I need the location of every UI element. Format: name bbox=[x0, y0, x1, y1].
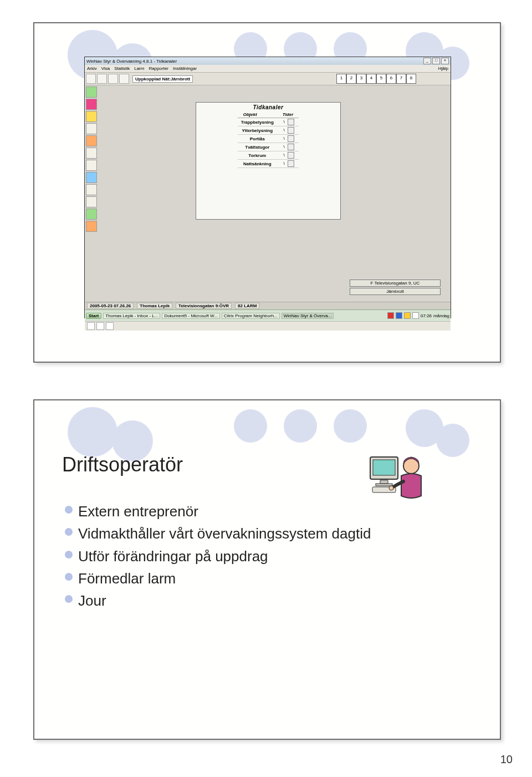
menu-arkiv[interactable]: Arkiv bbox=[87, 66, 97, 71]
side-btn-5[interactable] bbox=[86, 135, 97, 146]
menu-visa[interactable]: Visa bbox=[101, 66, 110, 71]
tray-icon[interactable] bbox=[412, 312, 419, 319]
page-number: 10 bbox=[500, 753, 513, 766]
table-row: Tvättstugor\ bbox=[238, 143, 299, 151]
menu-statistik[interactable]: Statistik bbox=[114, 66, 130, 71]
toolbar: Uppkopplad Nät:Järnbrott 1 2 3 4 5 6 7 8 bbox=[85, 73, 451, 85]
num-2[interactable]: 2 bbox=[346, 74, 356, 84]
slide-2: Driftsoperatör Extern entreprenör Vidmak… bbox=[33, 399, 501, 740]
side-btn-11[interactable] bbox=[86, 209, 97, 220]
bullet-list: Extern entreprenör Vidmakthåller vårt öv… bbox=[65, 500, 371, 612]
taskbar-item[interactable]: Dokument5 - Microsoft W... bbox=[162, 313, 219, 319]
side-btn-1[interactable] bbox=[86, 87, 97, 98]
side-btn-4[interactable] bbox=[86, 123, 97, 134]
side-btn-7[interactable] bbox=[86, 160, 97, 171]
list-item: Förmedlar larm bbox=[65, 567, 371, 590]
svg-rect-3 bbox=[376, 484, 392, 486]
side-btn-3[interactable] bbox=[86, 111, 97, 122]
system-tray: 07:26 måndag bbox=[387, 312, 449, 319]
tidkanaler-table: Objekt Tider Trappbelysning\ Ytterbelysn… bbox=[238, 111, 299, 168]
tidkanaler-panel: Tidkanaler Objekt Tider Trappbelysning\ … bbox=[196, 102, 341, 220]
num-8[interactable]: 8 bbox=[406, 74, 416, 84]
bullet-icon bbox=[65, 551, 73, 558]
bullet-icon bbox=[65, 506, 73, 514]
num-1[interactable]: 1 bbox=[336, 74, 346, 84]
table-row: Portlås\ bbox=[238, 135, 299, 143]
svg-point-6 bbox=[389, 486, 393, 490]
slide-1: WinNav Styr & Övervakning 4.8.1 - Tidkan… bbox=[33, 22, 501, 363]
num-6[interactable]: 6 bbox=[386, 74, 396, 84]
start-button[interactable]: Start bbox=[86, 313, 101, 319]
panel-title: Tidkanaler bbox=[196, 103, 340, 111]
num-4[interactable]: 4 bbox=[366, 74, 376, 84]
side-btn-9[interactable] bbox=[86, 184, 97, 195]
svg-rect-2 bbox=[380, 480, 388, 484]
time-edit-btn[interactable] bbox=[288, 119, 294, 125]
tray-time: 07:26 bbox=[421, 313, 432, 318]
svg-rect-1 bbox=[373, 460, 395, 475]
status-datetime: 2005-05-23 07.26.26 bbox=[87, 303, 134, 309]
table-row: Nattsänkning\ bbox=[238, 160, 299, 168]
time-edit-btn[interactable] bbox=[288, 135, 294, 142]
taskbar: Start Thomas Lepik - Inbox - L... Dokume… bbox=[85, 309, 451, 321]
taskbar-item[interactable]: Citrix Program Neighborh... bbox=[222, 313, 280, 319]
side-btn-8[interactable] bbox=[86, 172, 97, 183]
bullet-icon bbox=[65, 573, 73, 581]
info-buttons: F Televisionsgatan 9, UC Järnbrott bbox=[350, 280, 441, 295]
num-7[interactable]: 7 bbox=[396, 74, 406, 84]
close-button[interactable]: × bbox=[441, 58, 449, 64]
bullet-icon bbox=[65, 528, 73, 536]
toolbar-btn-2[interactable] bbox=[97, 74, 107, 84]
number-buttons: 1 2 3 4 5 6 7 8 bbox=[336, 74, 416, 84]
table-row: Torkrum\ bbox=[238, 151, 299, 160]
titlebar: WinNav Styr & Övervakning 4.8.1 - Tidkan… bbox=[85, 57, 451, 65]
toolbar-btn-4[interactable] bbox=[119, 74, 129, 84]
num-3[interactable]: 3 bbox=[356, 74, 366, 84]
list-item: Utför förändringar på uppdrag bbox=[65, 545, 371, 567]
slide-title: Driftsoperatör bbox=[62, 453, 183, 476]
tray-icon[interactable] bbox=[396, 312, 402, 319]
clipart-person-computer-icon bbox=[367, 450, 428, 503]
toolbar-btn-1[interactable] bbox=[86, 74, 96, 84]
quick-icon[interactable] bbox=[106, 322, 114, 330]
col-tider: Tider bbox=[277, 111, 299, 118]
list-item: Vidmakthåller vårt övervakningssystem da… bbox=[65, 522, 371, 545]
statusbar: 2005-05-23 07.26.26 Thomas Lepik Televis… bbox=[85, 302, 451, 309]
taskbar-item[interactable]: Thomas Lepik - Inbox - L... bbox=[103, 313, 160, 319]
side-btn-10[interactable] bbox=[86, 196, 97, 207]
side-btn-2[interactable] bbox=[86, 99, 97, 110]
info-btn-net[interactable]: Järnbrott bbox=[350, 288, 441, 295]
menu-installningar[interactable]: Inställningar bbox=[173, 66, 197, 71]
time-edit-btn[interactable] bbox=[288, 127, 294, 134]
menu-help[interactable]: Hjälp bbox=[438, 66, 448, 71]
app-body: Tidkanaler Objekt Tider Trappbelysning\ … bbox=[85, 85, 451, 302]
menubar: Arkiv Visa Statistik Larm Rapporter Inst… bbox=[85, 65, 451, 73]
list-item: Extern entreprenör bbox=[65, 500, 371, 522]
bullet-icon bbox=[65, 595, 73, 603]
taskbar-item-active[interactable]: WinNav Styr & Överva... bbox=[282, 313, 334, 319]
table-row: Ytterbelysning\ bbox=[238, 126, 299, 135]
time-edit-btn[interactable] bbox=[288, 160, 294, 167]
info-btn-location[interactable]: F Televisionsgatan 9, UC bbox=[350, 280, 441, 287]
minimize-button[interactable]: _ bbox=[423, 58, 431, 64]
side-btn-12[interactable] bbox=[86, 221, 97, 232]
app-window: WinNav Styr & Övervakning 4.8.1 - Tidkan… bbox=[84, 57, 451, 318]
tray-icon[interactable] bbox=[387, 312, 394, 319]
quick-icon[interactable] bbox=[96, 322, 104, 330]
num-5[interactable]: 5 bbox=[376, 74, 386, 84]
window-title: WinNav Styr & Övervakning 4.8.1 - Tidkan… bbox=[86, 59, 177, 64]
list-item: Jour bbox=[65, 590, 371, 612]
status-alarm: 82 LARM bbox=[235, 303, 259, 309]
time-edit-btn[interactable] bbox=[288, 152, 294, 159]
connection-status: Uppkopplad Nät:Järnbrott bbox=[132, 75, 193, 83]
time-edit-btn[interactable] bbox=[288, 144, 294, 150]
menu-rapporter[interactable]: Rapporter bbox=[149, 66, 168, 71]
tray-icon[interactable] bbox=[404, 312, 411, 319]
side-btn-6[interactable] bbox=[86, 148, 97, 159]
col-objekt: Objekt bbox=[238, 111, 277, 118]
menu-larm[interactable]: Larm bbox=[134, 66, 144, 71]
table-row: Trappbelysning\ bbox=[238, 118, 299, 126]
toolbar-btn-3[interactable] bbox=[108, 74, 118, 84]
maximize-button[interactable]: □ bbox=[432, 58, 440, 64]
quick-icon[interactable] bbox=[87, 322, 95, 330]
